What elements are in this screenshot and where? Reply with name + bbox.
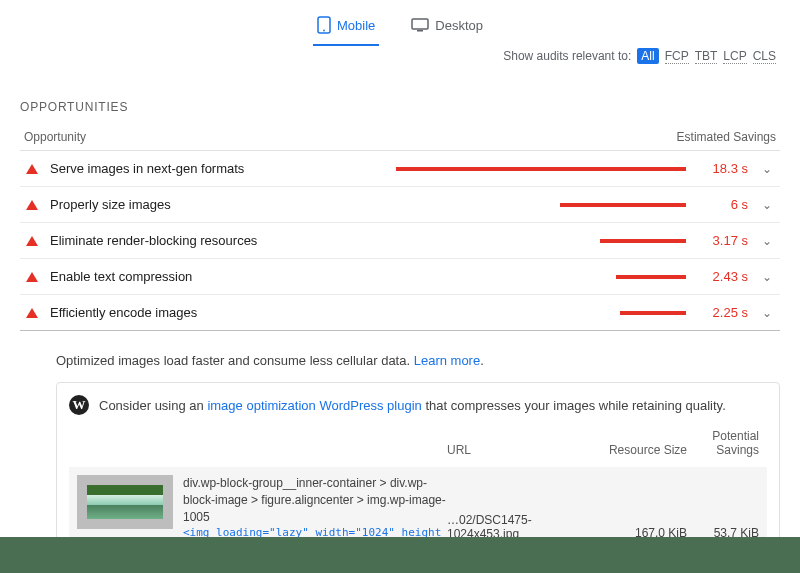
head-size: Resource Size [587,443,687,457]
opportunity-label: Eliminate render-blocking resources [50,233,374,248]
savings-value: 18.3 s [698,161,748,176]
device-tabs: Mobile Desktop [0,0,800,46]
chevron-down-icon: ⌄ [760,270,774,284]
tab-desktop-label: Desktop [435,18,483,33]
savings-bar [600,239,686,243]
filter-cls[interactable]: CLS [753,49,776,64]
col-opportunity: Opportunity [24,130,86,144]
warning-icon [26,164,38,174]
warning-icon [26,308,38,318]
savings-value: 6 s [698,197,748,212]
section-title: OPPORTUNITIES [20,100,780,114]
resource-thumbnail [77,475,173,529]
resource-table-header: URL Resource Size Potential Savings [69,415,767,467]
filter-label: Show audits relevant to: [503,49,631,63]
opportunity-label: Enable text compression [50,269,374,284]
filter-lcp[interactable]: LCP [723,49,746,64]
filter-fcp[interactable]: FCP [665,49,689,64]
mobile-icon [317,16,331,34]
savings-bar [560,203,686,207]
warning-icon [26,236,38,246]
savings-value: 2.43 s [698,269,748,284]
head-url: URL [447,443,587,457]
tip-link[interactable]: image optimization WordPress plugin [207,398,421,413]
savings-bar [620,311,686,315]
savings-bar [396,167,686,171]
opportunity-row[interactable]: Enable text compression2.43 s⌄ [20,259,780,295]
opportunity-label: Serve images in next-gen formats [50,161,374,176]
opportunity-label: Properly size images [50,197,374,212]
svg-rect-2 [412,19,428,29]
opportunity-row[interactable]: Serve images in next-gen formats18.3 s⌄ [20,151,780,187]
tab-mobile-label: Mobile [337,18,375,33]
filter-all[interactable]: All [637,48,658,64]
learn-more-link[interactable]: Learn more [414,353,480,368]
footer-bar [0,537,800,573]
opportunity-row[interactable]: Eliminate render-blocking resources3.17 … [20,223,780,259]
opportunity-description: Optimized images load faster and consume… [56,343,780,382]
desktop-icon [411,18,429,32]
audit-filter: Show audits relevant to: All FCP TBT LCP… [503,48,776,64]
chevron-down-icon: ⌄ [760,162,774,176]
chevron-down-icon: ⌄ [760,234,774,248]
warning-icon [26,200,38,210]
opportunity-row[interactable]: Properly size images6 s⌄ [20,187,780,223]
savings-value: 2.25 s [698,305,748,320]
head-potential: Potential Savings [687,429,759,457]
savings-value: 3.17 s [698,233,748,248]
chevron-down-icon: ⌄ [760,306,774,320]
savings-bar [616,275,686,279]
tip-text: Consider using an image optimization Wor… [99,398,726,413]
opportunity-label: Efficiently encode images [50,305,374,320]
tab-desktop[interactable]: Desktop [407,10,487,46]
wordpress-icon: W [69,395,89,415]
tab-mobile[interactable]: Mobile [313,10,379,46]
svg-rect-3 [417,30,423,32]
chevron-down-icon: ⌄ [760,198,774,212]
resource-selector: div.wp-block-group__inner-container > di… [183,475,447,525]
warning-icon [26,272,38,282]
col-savings: Estimated Savings [677,130,776,144]
opportunities-header: Opportunity Estimated Savings [20,126,780,151]
filter-tbt[interactable]: TBT [695,49,718,64]
opportunity-row[interactable]: Efficiently encode images2.25 s⌄ [20,295,780,331]
svg-point-1 [323,30,325,32]
